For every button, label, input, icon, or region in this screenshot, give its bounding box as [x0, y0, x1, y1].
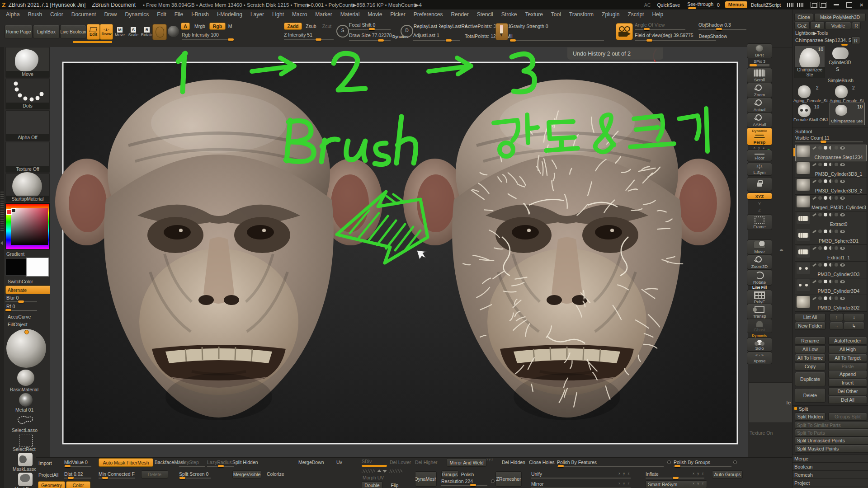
alpha-selector[interactable]: Alpha Off [5, 110, 50, 141]
replay-last-button[interactable]: ReplayLast [413, 23, 438, 30]
auto-mask-fibermesh-button[interactable]: Auto Mask FiberMesh [99, 458, 153, 467]
export-visible-button[interactable]: Visible [825, 22, 851, 29]
menu-item[interactable]: Alpha [2, 11, 24, 18]
visible-count-slider[interactable] [795, 141, 863, 142]
subtool-item[interactable]: Merged_PM3D_Cylinder3D5 [795, 195, 867, 211]
menu-item[interactable]: Zscript [623, 11, 648, 18]
current-brush-thumbnail[interactable] [152, 24, 167, 40]
min-connected-label[interactable]: Min Connected F [99, 471, 135, 477]
menu-item[interactable]: Movie [363, 11, 386, 18]
lightbox-tools-label[interactable]: Lightbox▶Tools [795, 30, 828, 36]
menu-item[interactable]: Document [67, 11, 100, 18]
rgb-intensity-nub[interactable] [228, 38, 234, 41]
move-into-button[interactable]: ↳ [844, 322, 864, 330]
divider-right-icon[interactable] [820, 2, 826, 8]
flip-icon[interactable] [812, 230, 816, 233]
eye-icon[interactable] [840, 297, 845, 300]
zcut-button[interactable]: Zcut [320, 23, 334, 30]
tool-r-button[interactable]: R [851, 37, 860, 44]
stroke-type-dots[interactable]: Dots [5, 79, 50, 109]
split-section-header[interactable]: Split [799, 406, 808, 412]
texture-on-label[interactable]: Texture On [750, 430, 773, 436]
import-button[interactable]: Import [38, 459, 62, 467]
bpr-button[interactable]: BPR [747, 43, 772, 58]
del-higher-button[interactable]: Del Higher [415, 460, 438, 465]
goz-button[interactable]: GoZ [794, 22, 810, 29]
stroke-preview-move[interactable]: Move [5, 47, 50, 78]
pair-left-button[interactable]: All To Home [795, 354, 826, 362]
menu-item[interactable]: I-Brush [187, 11, 213, 18]
contrast-icon[interactable] [835, 179, 838, 183]
visibility-dot-icon[interactable] [818, 296, 822, 300]
double-button[interactable]: Double [362, 481, 382, 488]
flip-icon[interactable] [812, 296, 816, 300]
dynamesh-button[interactable]: DynaMesh [415, 471, 437, 487]
visible-count-label[interactable]: Visible Count 11 [795, 135, 830, 141]
polypaint-icon[interactable] [824, 263, 827, 267]
subtool-icons[interactable] [812, 163, 845, 166]
live-boolean-button[interactable]: Live Boolean [60, 25, 86, 38]
contrast-icon[interactable] [835, 196, 838, 200]
accucurve-button[interactable]: AccuCurve [5, 313, 52, 320]
eye-icon[interactable] [840, 180, 845, 183]
half-icon[interactable] [829, 280, 833, 283]
visibility-dot-icon[interactable] [818, 213, 822, 216]
current-tool-label[interactable]: Chimpanzee Step1234. 51 [795, 38, 854, 43]
startup-material-thumb[interactable]: StartupMaterial [5, 174, 50, 202]
new-folder-button[interactable]: New Folder [795, 322, 826, 330]
focal-shift-nub[interactable] [369, 28, 375, 30]
pair-right-button[interactable]: All High [828, 345, 867, 353]
menu-item[interactable]: Stroke [497, 11, 521, 18]
half-icon[interactable] [829, 163, 833, 166]
collapse-right-icon[interactable] [797, 3, 804, 7]
half-icon[interactable] [829, 213, 833, 216]
contrast-icon[interactable] [835, 213, 838, 216]
mirror-button[interactable]: Mirror [531, 481, 543, 487]
polypaint-icon[interactable] [824, 296, 827, 300]
split-unmasked-button[interactable]: Split Unmasked Points [795, 436, 868, 445]
switch-color-button[interactable]: SwitchColor [5, 277, 52, 285]
mergevisible-button[interactable]: MergeVisible [232, 470, 261, 479]
subtool-item[interactable]: PM3D_Cylinder3D2 [795, 295, 867, 312]
frame-button[interactable]: Frame [747, 214, 772, 230]
polish-groups-mode-dot[interactable] [733, 460, 737, 464]
gravity-slider[interactable] [510, 40, 604, 41]
projectall-button[interactable]: ProjectAll [38, 471, 64, 479]
mirror-weld-axis-icon[interactable]: x y z [486, 458, 493, 461]
move-view-button[interactable]: Move [747, 239, 772, 255]
home-page-button[interactable]: Home Page [5, 25, 33, 38]
append-button[interactable]: Append [828, 370, 867, 378]
pair-right-button[interactable]: All To Target [828, 354, 867, 362]
contrast-icon[interactable] [835, 296, 838, 300]
left-tray-scrollbar[interactable] [0, 47, 4, 488]
subtool-icons[interactable] [812, 213, 845, 216]
flip-icon[interactable] [812, 146, 816, 150]
mirror-axis-toggle[interactable]: x y z [618, 481, 630, 485]
pair-right-button[interactable]: Paste [828, 362, 867, 371]
basic-material-thumb[interactable] [17, 370, 34, 386]
gravity-nub[interactable] [510, 39, 516, 42]
sculpt-canvas[interactable] [50, 47, 748, 457]
minimize-button[interactable] [834, 4, 839, 5]
deepshadow-button[interactable]: DeepShadow [698, 32, 727, 40]
half-icon[interactable] [829, 296, 833, 300]
sdiv-label[interactable]: SDiv [362, 459, 372, 464]
divider-left-icon[interactable] [811, 2, 817, 8]
del-hidden-button[interactable]: Del Hidden [502, 460, 525, 465]
half-icon[interactable] [829, 146, 833, 150]
color-a-button[interactable]: A [181, 23, 190, 30]
color-picker[interactable] [5, 203, 50, 249]
flip-icon[interactable] [812, 196, 816, 200]
polypaint-icon[interactable] [824, 280, 827, 283]
section-row[interactable]: Boolean [793, 462, 868, 470]
subtool-item[interactable]: PM3D_Cylinder3D3 [795, 262, 867, 278]
geometry-tab-button[interactable]: Geometry [38, 481, 65, 488]
menu-item[interactable]: Light [268, 11, 288, 18]
m-button[interactable]: M [226, 23, 234, 30]
menu-item[interactable]: Material [336, 11, 364, 18]
metal-material-thumb[interactable] [19, 393, 33, 407]
flip-icon[interactable] [812, 213, 816, 216]
subtool-icons[interactable] [812, 179, 845, 183]
draw-button[interactable]: ·+· Draw [100, 24, 113, 40]
camera-button[interactable] [616, 23, 633, 40]
